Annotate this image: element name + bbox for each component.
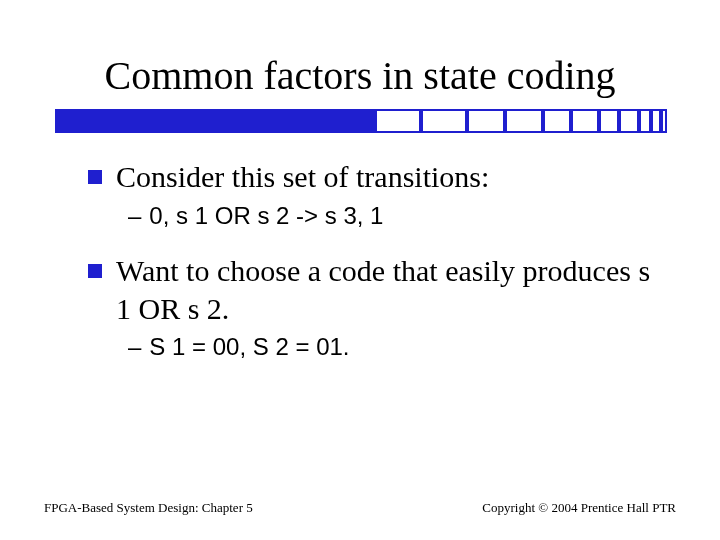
bullet-item: Consider this set of transitions:	[88, 158, 664, 196]
divider-box	[651, 109, 661, 133]
divider-box	[639, 109, 651, 133]
bullet-text: Consider this set of transitions:	[116, 158, 489, 196]
bullet-item: Want to choose a code that easily produc…	[88, 252, 664, 327]
dash-bullet-icon: –	[128, 333, 141, 362]
page-title: Common factors in state coding	[0, 52, 720, 99]
divider-box	[543, 109, 571, 133]
sub-bullet-item: – 0, s 1 OR s 2 -> s 3, 1	[128, 202, 664, 231]
square-bullet-icon	[88, 264, 102, 278]
footer: FPGA-Based System Design: Chapter 5 Copy…	[44, 500, 676, 516]
divider-box	[467, 109, 505, 133]
divider-box	[661, 109, 667, 133]
dash-bullet-icon: –	[128, 202, 141, 231]
divider-box	[619, 109, 639, 133]
divider-box	[421, 109, 467, 133]
divider-box	[599, 109, 619, 133]
divider-bar	[55, 109, 375, 133]
content-area: Consider this set of transitions: – 0, s…	[88, 158, 664, 384]
divider-box	[375, 109, 421, 133]
divider-box	[571, 109, 599, 133]
title-divider	[55, 109, 667, 133]
sub-bullet-item: – S 1 = 00, S 2 = 01.	[128, 333, 664, 362]
divider-box	[505, 109, 543, 133]
footer-right: Copyright © 2004 Prentice Hall PTR	[482, 500, 676, 516]
slide: Common factors in state coding Consider …	[0, 0, 720, 540]
sub-bullet-text: 0, s 1 OR s 2 -> s 3, 1	[149, 202, 383, 231]
footer-left: FPGA-Based System Design: Chapter 5	[44, 500, 253, 516]
square-bullet-icon	[88, 170, 102, 184]
bullet-text: Want to choose a code that easily produc…	[116, 252, 664, 327]
sub-bullet-text: S 1 = 00, S 2 = 01.	[149, 333, 349, 362]
